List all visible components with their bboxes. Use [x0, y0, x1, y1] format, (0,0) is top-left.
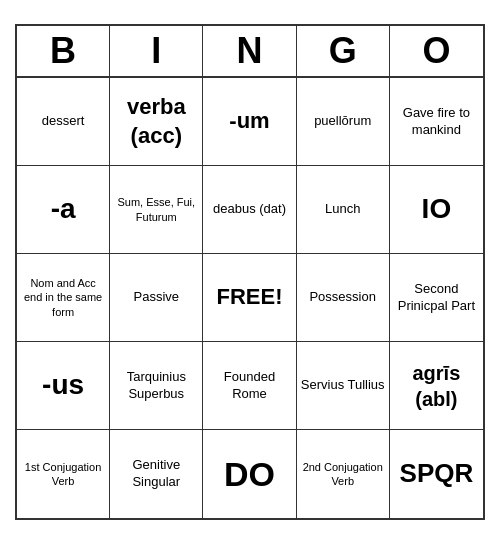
bingo-cell: SPQR: [390, 430, 483, 518]
bingo-cell: Sum, Esse, Fui, Futurum: [110, 166, 203, 254]
bingo-cell: Founded Rome: [203, 342, 296, 430]
bingo-cell: -a: [17, 166, 110, 254]
bingo-grid: dessertverba (acc)-umpuellōrumGave fire …: [17, 78, 483, 518]
bingo-cell: 2nd Conjugation Verb: [297, 430, 390, 518]
bingo-cell: -us: [17, 342, 110, 430]
header-letter: N: [203, 26, 296, 76]
bingo-cell: agrīs (abl): [390, 342, 483, 430]
bingo-cell: dessert: [17, 78, 110, 166]
header-letter: I: [110, 26, 203, 76]
bingo-cell: IO: [390, 166, 483, 254]
bingo-header: BINGO: [17, 26, 483, 78]
bingo-cell: Genitive Singular: [110, 430, 203, 518]
bingo-cell: deabus (dat): [203, 166, 296, 254]
bingo-cell: 1st Conjugation Verb: [17, 430, 110, 518]
bingo-cell: Servius Tullius: [297, 342, 390, 430]
bingo-cell: Lunch: [297, 166, 390, 254]
header-letter: G: [297, 26, 390, 76]
bingo-cell: puellōrum: [297, 78, 390, 166]
header-letter: O: [390, 26, 483, 76]
bingo-cell: DO: [203, 430, 296, 518]
bingo-cell: Possession: [297, 254, 390, 342]
bingo-cell: Passive: [110, 254, 203, 342]
bingo-cell: -um: [203, 78, 296, 166]
bingo-cell: Nom and Acc end in the same form: [17, 254, 110, 342]
bingo-cell: Tarquinius Superbus: [110, 342, 203, 430]
header-letter: B: [17, 26, 110, 76]
bingo-cell: FREE!: [203, 254, 296, 342]
bingo-cell: Second Prinicpal Part: [390, 254, 483, 342]
bingo-cell: verba (acc): [110, 78, 203, 166]
bingo-card: BINGO dessertverba (acc)-umpuellōrumGave…: [15, 24, 485, 520]
bingo-cell: Gave fire to mankind: [390, 78, 483, 166]
